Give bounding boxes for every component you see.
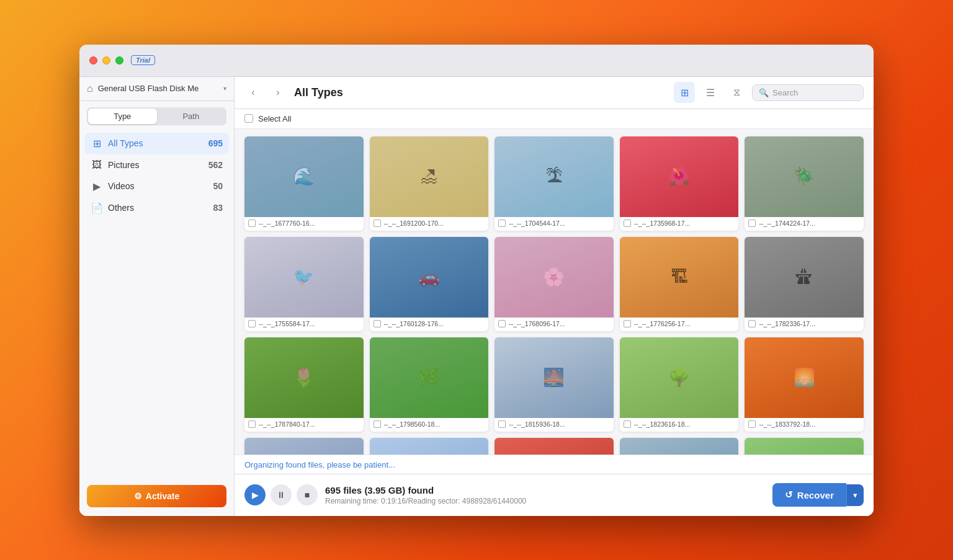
image-thumbnail[interactable]: 🌺	[620, 136, 739, 217]
image-label: --_--_1768096-17...	[509, 320, 565, 327]
image-thumbnail[interactable]: 🌅	[745, 337, 864, 418]
sidebar-item-videos[interactable]: ▶ Videos 50	[84, 176, 229, 197]
videos-icon: ▶	[91, 180, 103, 192]
image-label: --_--_1823616-18...	[634, 420, 690, 428]
image-thumbnail[interactable]: 🪲	[745, 136, 864, 217]
tab-type[interactable]: Type	[88, 109, 157, 124]
recover-dropdown-button[interactable]: ▾	[846, 484, 864, 506]
activate-label: Activate	[146, 491, 179, 501]
image-checkbox[interactable]	[748, 220, 756, 227]
image-card: 🌳--_--_1823616-18...	[620, 337, 739, 432]
image-thumbnail[interactable]: 🌳	[620, 337, 739, 418]
status-remaining: Remaining time: 0:19:16/Reading sector: …	[325, 497, 765, 505]
image-checkbox[interactable]	[624, 320, 631, 327]
image-thumbnail[interactable]: 🌿	[370, 337, 489, 418]
stop-button[interactable]: ■	[297, 484, 318, 505]
image-label: --_--_1833792-18...	[759, 420, 815, 428]
image-checkbox[interactable]	[374, 320, 381, 327]
recover-button[interactable]: ↺ Recover	[772, 483, 846, 507]
image-thumbnail[interactable]: 🌷	[244, 337, 364, 418]
list-view-button[interactable]: ☰	[700, 82, 721, 103]
image-checkbox[interactable]	[374, 420, 381, 428]
image-checkbox[interactable]	[748, 320, 756, 327]
search-box: 🔍	[752, 84, 864, 101]
minimize-button[interactable]	[102, 56, 110, 64]
image-thumbnail[interactable]: 🌺	[745, 438, 864, 455]
image-thumbnail[interactable]: 🌄	[494, 438, 614, 455]
search-input[interactable]	[772, 88, 857, 97]
image-checkbox[interactable]	[248, 420, 256, 428]
image-card: 🏗--_--_1776256-17...	[620, 237, 739, 331]
content-area: ‹ › All Types ⊞ ☰ ⧖ 🔍 Select All	[235, 77, 874, 516]
image-thumbnail[interactable]: 🛣	[745, 237, 864, 318]
image-checkbox[interactable]	[498, 420, 506, 428]
image-thumbnail[interactable]: 🚗	[370, 237, 489, 318]
grid-view-button[interactable]: ⊞	[674, 82, 695, 103]
image-thumbnail[interactable]: ☁	[244, 438, 364, 455]
image-thumbnail[interactable]: 🌊	[370, 438, 489, 455]
sidebar-item-label: Videos	[108, 181, 208, 191]
device-selector[interactable]: General USB Flash Disk Me ▾	[98, 84, 226, 93]
trial-badge: Trial	[131, 55, 155, 65]
organizing-banner: Organizing found files, please be patien…	[235, 455, 874, 474]
image-checkbox[interactable]	[248, 220, 256, 227]
recover-label: Recover	[797, 490, 834, 500]
image-thumbnail[interactable]: 🌊	[244, 136, 364, 217]
activate-icon: ⚙	[134, 491, 142, 501]
search-icon: 🔍	[759, 88, 769, 97]
image-thumbnail[interactable]: 🌸	[494, 237, 614, 318]
recover-icon: ↺	[785, 489, 793, 500]
sidebar-item-pictures[interactable]: 🖼 Pictures 562	[84, 154, 229, 176]
image-label: --_--_1735968-17...	[634, 220, 690, 227]
image-card: 🌺--_--_1735968-17...	[620, 136, 739, 231]
image-card: 🌅--_--_1833792-18...	[745, 337, 864, 432]
image-thumbnail[interactable]: 🏝	[494, 136, 614, 217]
image-card: 🐦--_--_1755584-17...	[244, 237, 364, 331]
sidebar-item-label: Others	[108, 203, 208, 213]
sidebar-items: ⊞ All Types 695 🖼 Pictures 562 ▶ Videos …	[79, 130, 234, 479]
fullscreen-button[interactable]	[115, 56, 123, 64]
image-checkbox[interactable]	[624, 220, 631, 227]
image-checkbox[interactable]	[374, 220, 381, 227]
tab-path[interactable]: Path	[157, 109, 226, 124]
image-thumbnail[interactable]: 🌉	[494, 337, 614, 418]
sidebar-item-count: 50	[213, 181, 223, 191]
close-button[interactable]	[89, 56, 97, 64]
home-icon[interactable]: ⌂	[87, 83, 93, 94]
image-checkbox[interactable]	[624, 420, 631, 428]
image-label: --_--_1677760-16...	[259, 220, 315, 227]
image-checkbox[interactable]	[248, 320, 256, 327]
sidebar-item-all-types[interactable]: ⊞ All Types 695	[84, 133, 229, 154]
image-checkbox[interactable]	[498, 220, 506, 227]
image-thumbnail[interactable]: 🏖	[370, 136, 489, 217]
sidebar-tabs: Type Path	[87, 107, 226, 125]
pictures-icon: 🖼	[91, 159, 103, 171]
filter-button[interactable]: ⧖	[726, 82, 747, 103]
image-checkbox[interactable]	[498, 320, 506, 327]
image-card: 🌸--_--_1768096-17...	[494, 237, 614, 331]
activate-button[interactable]: ⚙ Activate	[87, 485, 226, 507]
organizing-text: Organizing found files, please be patien…	[244, 460, 395, 469]
forward-button[interactable]: ›	[269, 84, 287, 101]
image-card: ☁--_--_1841xxx-18...	[244, 438, 364, 455]
sidebar-item-count: 562	[208, 160, 223, 170]
image-thumbnail[interactable]: 🐦	[244, 237, 364, 318]
image-checkbox[interactable]	[748, 420, 756, 428]
select-all-checkbox[interactable]	[244, 114, 253, 123]
back-button[interactable]: ‹	[244, 84, 262, 101]
pause-button[interactable]: ⏸	[271, 484, 292, 505]
play-button[interactable]: ▶	[244, 484, 266, 505]
image-label: --_--_1787840-17...	[259, 420, 315, 428]
image-thumbnail[interactable]: 🌾	[620, 438, 739, 455]
image-card: 🌊--_--_1677760-16...	[244, 136, 364, 231]
sidebar-item-others[interactable]: 📄 Others 83	[84, 197, 229, 219]
image-card: 🌺--_--_1882xxx-18...	[745, 438, 864, 455]
image-card: 🌿--_--_1798560-18...	[370, 337, 489, 432]
image-card: 🌊--_--_1852xxx-18...	[370, 438, 489, 455]
recover-group: ↺ Recover ▾	[772, 483, 864, 507]
image-label: --_--_1782336-17...	[759, 320, 815, 327]
image-thumbnail[interactable]: 🏗	[620, 237, 739, 318]
all-types-icon: ⊞	[91, 138, 103, 149]
device-name: General USB Flash Disk Me	[98, 84, 199, 93]
titlebar: Trial	[79, 45, 874, 77]
